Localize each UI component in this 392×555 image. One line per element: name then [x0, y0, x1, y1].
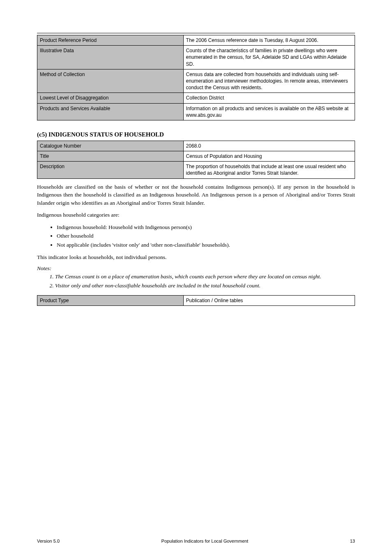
table-row: Title Census of Population and Housing: [37, 151, 355, 162]
footer-left: Version 5.0: [37, 539, 60, 543]
spec-value: The 2006 Census reference date is Tuesda…: [183, 35, 355, 46]
spec-table-1: Product Reference Period The 2006 Census…: [37, 35, 355, 120]
list-item: Other household: [57, 232, 355, 240]
page-footer: Version 5.0 Population Indicators for Lo…: [37, 539, 355, 543]
table-row: Product Reference Period The 2006 Census…: [37, 35, 355, 46]
spec-key: Illustrative Data: [37, 46, 184, 69]
section-heading-c5: (c5) INDIGENOUS STATUS OF HOUSEHOLD: [37, 131, 355, 138]
spec-value: Census of Population and Housing: [183, 151, 355, 162]
spec-value: Census data are collected from household…: [183, 69, 355, 93]
list-item: The Census count is on a place of enumer…: [55, 273, 355, 281]
footer-right: 13: [350, 539, 355, 543]
spec-value: Publication / Online tables: [183, 296, 355, 306]
spec-key: Method of Collection: [37, 69, 184, 93]
notes-list: The Census count is on a place of enumer…: [37, 273, 355, 289]
table-row: Products and Services Available Informat…: [37, 103, 355, 120]
body-bullets: Indigenous household: Household with Ind…: [37, 223, 355, 249]
table-row: Catalogue Number 2068.0: [37, 141, 355, 151]
list-item: Visitor only and other non-classifiable …: [55, 282, 355, 290]
spec-value: 2068.0: [183, 141, 355, 151]
spec-value: Information on all products and services…: [183, 103, 355, 120]
list-item: Indigenous household: Household with Ind…: [57, 223, 355, 231]
footer-center: Population Indicators for Local Governme…: [161, 539, 249, 543]
spec-table-c5: Catalogue Number 2068.0 Title Census of …: [37, 141, 355, 179]
table-row: Lowest Level of Disaggregation Collectio…: [37, 93, 355, 103]
notes-heading: Notes:: [37, 265, 355, 272]
spec-value: Counts of the characteristics of familie…: [183, 46, 355, 69]
table-row: Description The proportion of households…: [37, 162, 355, 178]
spec-key: Catalogue Number: [37, 141, 184, 151]
spec-value: The proportion of households that includ…: [183, 162, 355, 178]
spec-key: Product Type: [37, 296, 184, 306]
body-paragraph: Households are classified on the basis o…: [37, 183, 355, 207]
spec-table-3: Product Type Publication / Online tables: [37, 295, 355, 306]
spec-key: Product Reference Period: [37, 35, 184, 46]
table-row: Illustrative Data Counts of the characte…: [37, 46, 355, 69]
spec-key: Description: [37, 162, 184, 178]
list-item: Not applicable (includes 'visitor only' …: [57, 241, 355, 249]
spec-key: Title: [37, 151, 184, 162]
spec-value: Collection District: [183, 93, 355, 103]
spec-key: Lowest Level of Disaggregation: [37, 93, 184, 103]
table-row: Method of Collection Census data are col…: [37, 69, 355, 93]
table-row: Product Type Publication / Online tables: [37, 296, 355, 306]
body-paragraph: This indicator looks at households, not …: [37, 253, 355, 261]
spec-key: Products and Services Available: [37, 103, 184, 120]
body-paragraph: Indigenous household categories are:: [37, 211, 355, 219]
